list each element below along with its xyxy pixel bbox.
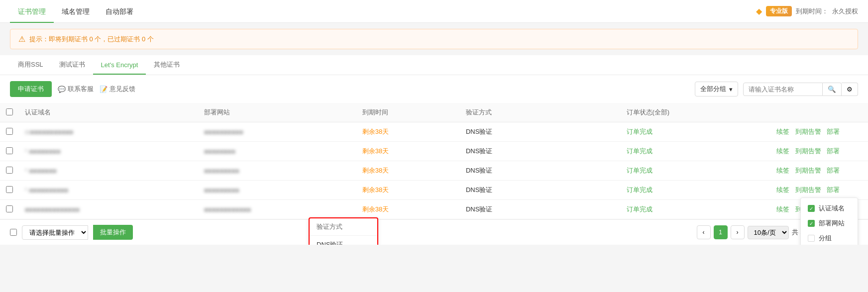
renew-btn-3[interactable]: 续签 xyxy=(774,186,791,195)
bottom-bar: 请选择批量操作 批量操作 ‹ 1 › 10条/页 共 5 条 前往 页 xyxy=(0,219,868,245)
cell-actions-3: 续签 到期告警 部署 xyxy=(768,181,868,200)
expire-value: 永久授权 xyxy=(832,7,858,16)
deploy-btn-3[interactable]: 部署 xyxy=(825,186,842,195)
top-nav: 证书管理 域名管理 自动部署 ◆ 专业版 到期时间： 永久授权 xyxy=(0,0,868,23)
renew-btn-1[interactable]: 续签 xyxy=(774,147,791,156)
cell-order-status-1: 订单完成 xyxy=(621,142,768,161)
cell-expire-time-0: 剩余38天 xyxy=(356,122,460,142)
next-page-button[interactable]: › xyxy=(731,225,745,239)
col-setting-domain[interactable]: ✓ 认证域名 xyxy=(801,201,858,216)
deploy-btn-1[interactable]: 部署 xyxy=(825,147,842,156)
chevron-down-icon: ▾ xyxy=(729,86,733,93)
apply-cert-button[interactable]: 申请证书 xyxy=(10,81,52,97)
row-checkbox-0[interactable] xyxy=(6,128,13,135)
expire-label: 到期时间： xyxy=(796,7,828,16)
cell-verify-method-2: DNS验证 xyxy=(460,161,621,181)
verify-popup-item-0[interactable]: DNS验证 xyxy=(310,236,377,245)
expire-alert-btn-1[interactable]: 到期告警 xyxy=(793,147,823,156)
cell-domain-4: ■■■■■■■■■■■■■■ xyxy=(19,200,198,219)
tab-test-cert[interactable]: 测试证书 xyxy=(51,55,93,75)
alert-icon: ⚠ xyxy=(18,34,25,44)
nav-item-domain-mgmt[interactable]: 域名管理 xyxy=(54,0,98,23)
col-header-domain: 认证域名 xyxy=(19,103,198,122)
page-size-select[interactable]: 10条/页 xyxy=(748,226,789,239)
batch-operation-select[interactable]: 请选择批量操作 xyxy=(22,225,88,240)
tab-lets-encrypt[interactable]: Let's Encrypt xyxy=(93,56,146,75)
diamond-icon: ◆ xyxy=(756,6,762,16)
verify-method-popup: 验证方式 DNS验证 DNS验证 DNS验证 DNS验证 DNS验证 xyxy=(309,217,378,245)
nav-item-cert-mgmt[interactable]: 证书管理 xyxy=(10,0,54,23)
deploy-btn-0[interactable]: 部署 xyxy=(825,127,842,136)
expire-alert-btn-0[interactable]: 到期告警 xyxy=(793,127,823,136)
cell-order-status-4: 订单完成 xyxy=(621,200,768,219)
col-header-order-status[interactable]: 订单状态(全部) xyxy=(621,103,768,122)
bottom-select-all-checkbox[interactable] xyxy=(10,229,17,236)
cell-order-status-3: 订单完成 xyxy=(621,181,768,200)
alert-text: 提示：即将到期证书 0 个，已过期证书 0 个 xyxy=(29,35,154,44)
col-header-verify-method: 验证方式 xyxy=(460,103,621,122)
search-area: 🔍 ⚙ xyxy=(743,83,858,96)
row-checkbox-4[interactable] xyxy=(6,205,13,212)
col-setting-deploy-site[interactable]: ✓ 部署网站 xyxy=(801,216,858,231)
expire-alert-btn-2[interactable]: 到期告警 xyxy=(793,166,823,175)
prev-page-button[interactable]: ‹ xyxy=(697,225,711,239)
deploy-btn-2[interactable]: 部署 xyxy=(825,166,842,175)
cell-verify-method-1: DNS验证 xyxy=(460,142,621,161)
col-label-domain: 认证域名 xyxy=(819,204,845,213)
col-label-group: 分组 xyxy=(819,234,832,243)
search-button[interactable]: 🔍 xyxy=(823,83,842,96)
cell-verify-method-4: DNS验证 xyxy=(460,200,621,219)
column-settings-button[interactable]: ⚙ xyxy=(842,83,858,96)
cell-domain-3: *.■■■■■■■■■■ xyxy=(19,181,198,200)
cert-table: 认证域名 部署网站 到期时间 验证方式 订单状态(全部) m■■■■■■■■■■… xyxy=(0,103,868,219)
group-label: 全部分组 xyxy=(700,85,726,94)
table-row: *.■■■■■■■■ ■■■■■■■■ 剩余38天 DNS验证 订单完成 续签 … xyxy=(0,142,868,161)
table-row: *.■■■■■■■■■■ ■■■■■■■■■ 剩余38天 DNS验证 订单完成 … xyxy=(0,181,868,200)
cell-deploy-site-3: ■■■■■■■■■ xyxy=(198,181,356,200)
row-checkbox-2[interactable] xyxy=(6,167,13,174)
feedback-label: 意见反馈 xyxy=(109,85,135,94)
cell-verify-method-3: DNS验证 xyxy=(460,181,621,200)
cell-order-status-2: 订单完成 xyxy=(621,161,768,181)
row-checkbox-3[interactable] xyxy=(6,186,13,193)
toolbar-right: 全部分组 ▾ 🔍 ⚙ xyxy=(695,82,858,97)
renew-btn-0[interactable]: 续签 xyxy=(774,127,791,136)
feedback-button[interactable]: 📝 意见反馈 xyxy=(100,85,135,94)
col-header-expire-time: 到期时间 xyxy=(356,103,460,122)
table-row: m■■■■■■■■■■■ ■■■■■■■■■■ 剩余38天 DNS验证 订单完成… xyxy=(0,122,868,142)
renew-btn-4[interactable]: 续签 xyxy=(774,205,791,214)
col-header-deploy-site: 部署网站 xyxy=(198,103,356,122)
cell-actions-1: 续签 到期告警 部署 xyxy=(768,142,868,161)
cell-expire-time-2: 剩余38天 xyxy=(356,161,460,181)
contact-support-button[interactable]: 💬 联系客服 xyxy=(58,85,94,94)
expire-alert-btn-3[interactable]: 到期告警 xyxy=(793,186,823,195)
tab-commercial-ssl[interactable]: 商用SSL xyxy=(10,55,51,75)
verify-popup-header: 验证方式 xyxy=(310,218,377,236)
search-input[interactable] xyxy=(743,83,823,96)
batch-operation-button[interactable]: 批量操作 xyxy=(93,225,133,240)
renew-btn-2[interactable]: 续签 xyxy=(774,166,791,175)
cell-domain-0: m■■■■■■■■■■■ xyxy=(19,122,198,142)
nav-item-auto-deploy[interactable]: 自动部署 xyxy=(98,0,141,23)
chat-icon: 💬 xyxy=(58,86,66,93)
table-row: ■■■■■■■■■■■■■■ ■■■■■■■■■■■■ 剩余38天 DNS验证 … xyxy=(0,200,868,219)
cell-deploy-site-1: ■■■■■■■■ xyxy=(198,142,356,161)
select-all-checkbox[interactable] xyxy=(6,108,13,115)
cell-expire-time-3: 剩余38天 xyxy=(356,181,460,200)
table-row: *.■■■■■■■ ■■■■■■■■■ 剩余38天 DNS验证 订单完成 续签 … xyxy=(0,161,868,181)
alert-bar: ⚠ 提示：即将到期证书 0 个，已过期证书 0 个 xyxy=(10,29,858,49)
col-check-domain: ✓ xyxy=(808,205,815,212)
page-1-button[interactable]: 1 xyxy=(714,225,728,239)
feedback-icon: 📝 xyxy=(100,86,108,93)
contact-label: 联系客服 xyxy=(68,85,94,94)
col-label-deploy-site: 部署网站 xyxy=(819,219,845,228)
cell-domain-1: *.■■■■■■■■ xyxy=(19,142,198,161)
row-checkbox-1[interactable] xyxy=(6,147,13,154)
cell-deploy-site-4: ■■■■■■■■■■■■ xyxy=(198,200,356,219)
main-content: 认证域名 部署网站 到期时间 验证方式 订单状态(全部) m■■■■■■■■■■… xyxy=(0,103,868,219)
cell-domain-2: *.■■■■■■■ xyxy=(19,161,198,181)
group-select[interactable]: 全部分组 ▾ xyxy=(695,82,738,97)
cell-deploy-site-0: ■■■■■■■■■■ xyxy=(198,122,356,142)
tab-other-cert[interactable]: 其他证书 xyxy=(146,55,188,75)
col-setting-group[interactable]: 分组 xyxy=(801,231,858,245)
